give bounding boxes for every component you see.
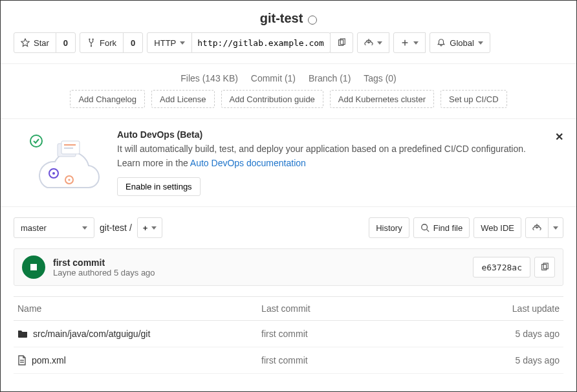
bell-icon <box>437 38 446 47</box>
svg-point-11 <box>52 172 55 175</box>
fork-button[interactable]: Fork <box>80 32 124 53</box>
file-last-update: 5 days ago <box>451 355 560 365</box>
svg-point-0 <box>89 39 90 40</box>
table-row[interactable]: src/main/java/com/atguigu/git first comm… <box>14 321 563 347</box>
star-icon <box>21 38 30 47</box>
search-icon <box>420 223 430 232</box>
find-file-button[interactable]: Find file <box>413 217 470 238</box>
devops-desc: It will automatically build, test, and d… <box>117 144 563 154</box>
fork-icon <box>87 38 96 47</box>
enable-devops-button[interactable]: Enable in settings <box>117 177 201 196</box>
copy-sha-button[interactable] <box>534 257 555 278</box>
star-count: 0 <box>56 32 76 53</box>
notification-dropdown[interactable]: Global <box>430 32 490 53</box>
stat-branches[interactable]: Branch (1) <box>309 73 351 83</box>
copy-icon <box>540 263 549 272</box>
add-contrib-button[interactable]: Add Contribution guide <box>221 90 323 108</box>
stat-commits[interactable]: Commit (1) <box>251 73 296 83</box>
auto-devops-banner: Auto DevOps (Beta) It will automatically… <box>1 118 576 207</box>
stat-files[interactable]: Files (143 KB) <box>180 73 238 83</box>
folder-icon <box>17 329 28 338</box>
add-k8s-button[interactable]: Add Kubernetes cluster <box>330 90 434 108</box>
visibility-icon <box>308 16 317 25</box>
caret-down-icon <box>478 41 483 45</box>
plus-icon <box>400 38 409 47</box>
branch-dropdown[interactable]: master <box>14 217 94 238</box>
file-last-commit: first commit <box>261 329 451 339</box>
project-stats: Files (143 KB) Commit (1) Branch (1) Tag… <box>1 64 576 90</box>
svg-point-14 <box>421 224 427 230</box>
caret-down-icon <box>151 226 157 230</box>
file-tree-table: Name Last commit Last update src/main/ja… <box>14 296 563 374</box>
svg-point-2 <box>91 45 92 47</box>
caret-down-icon <box>82 226 87 230</box>
table-row[interactable]: pom.xml first commit 5 days ago <box>14 347 563 374</box>
file-last-update: 5 days ago <box>451 329 560 339</box>
file-name: pom.xml <box>32 355 66 365</box>
download-button[interactable] <box>357 32 389 53</box>
breadcrumb[interactable]: git-test / <box>100 223 132 233</box>
devops-title: Auto DevOps (Beta) <box>117 129 563 140</box>
copy-url-button[interactable] <box>330 32 353 53</box>
download-source-caret[interactable] <box>548 217 563 238</box>
star-button[interactable]: Star <box>14 32 56 53</box>
download-icon <box>532 223 541 232</box>
fork-count: 0 <box>123 32 143 53</box>
svg-point-1 <box>93 39 94 40</box>
stat-tags[interactable]: Tags (0) <box>364 73 397 83</box>
svg-line-15 <box>426 230 429 232</box>
download-source-button[interactable] <box>525 217 549 238</box>
devops-illustration <box>14 129 117 194</box>
add-license-button[interactable]: Add License <box>151 90 215 108</box>
history-button[interactable]: History <box>369 217 409 238</box>
add-changelog-button[interactable]: Add Changelog <box>70 90 145 108</box>
commit-title[interactable]: first commit <box>53 257 155 268</box>
protocol-dropdown[interactable]: HTTP <box>147 32 192 53</box>
add-button[interactable] <box>393 32 426 53</box>
svg-point-13 <box>68 179 70 180</box>
last-commit-card: first commit Layne authored 5 days ago e… <box>14 248 563 286</box>
commit-sha[interactable]: e63728ac <box>473 257 530 278</box>
add-file-dropdown[interactable]: + <box>137 217 163 238</box>
file-icon <box>17 355 27 365</box>
th-last-commit: Last commit <box>261 303 451 314</box>
svg-point-5 <box>30 135 42 147</box>
clone-url-input[interactable] <box>191 32 331 53</box>
th-last-update: Last update <box>451 303 560 314</box>
caret-down-icon <box>553 226 558 230</box>
file-last-commit: first commit <box>261 355 451 365</box>
devops-learn-prefix: Learn more in the <box>117 158 190 168</box>
caret-down-icon <box>180 41 185 45</box>
project-title: git-test <box>260 11 303 25</box>
copy-icon <box>337 38 346 47</box>
close-banner-button[interactable]: ✕ <box>555 131 563 143</box>
download-icon <box>364 38 373 47</box>
commit-author-line: Layne authored 5 days ago <box>53 268 155 278</box>
th-name: Name <box>17 303 261 314</box>
file-name: src/main/java/com/atguigu/git <box>33 329 150 339</box>
web-ide-button[interactable]: Web IDE <box>474 217 521 238</box>
avatar <box>22 256 45 279</box>
caret-down-icon <box>413 41 419 45</box>
setup-cicd-button[interactable]: Set up CI/CD <box>441 90 507 108</box>
devops-doc-link[interactable]: Auto DevOps documentation <box>190 158 306 168</box>
caret-down-icon <box>377 41 382 45</box>
